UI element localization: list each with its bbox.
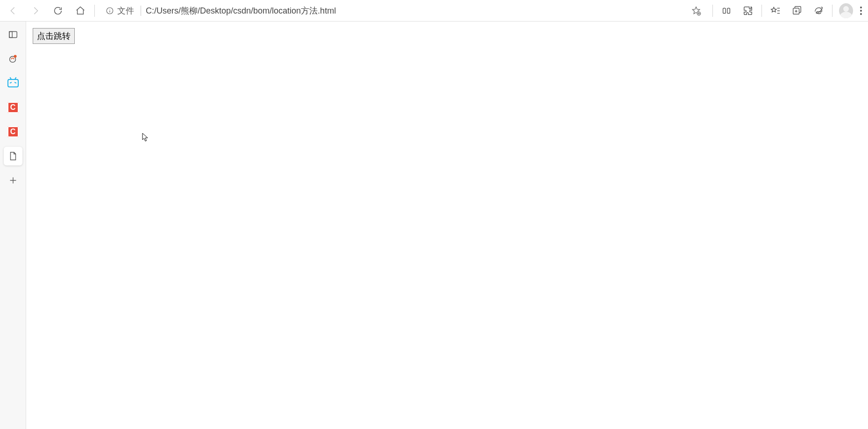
site-info-button[interactable] <box>103 4 116 17</box>
cursor-overlay <box>142 133 149 142</box>
address-url: C:/Users/熊柳/Desktop/csdn/bom/location方法.… <box>146 5 688 16</box>
extensions-button[interactable] <box>737 1 759 21</box>
separator <box>712 5 713 17</box>
separator <box>832 5 832 17</box>
vertical-tabs-sidebar: C C <box>0 21 26 429</box>
refresh-icon <box>53 6 63 16</box>
arrow-right-icon <box>30 6 41 16</box>
favorites-button[interactable] <box>765 1 786 21</box>
info-icon <box>106 7 114 15</box>
collections-icon <box>792 6 802 16</box>
cursor-icon <box>142 133 149 142</box>
separator <box>94 5 95 17</box>
sidebar-tab-extension[interactable] <box>4 50 22 68</box>
home-icon <box>75 6 85 16</box>
address-protocol-label: 文件 <box>117 5 134 16</box>
profile-button[interactable] <box>835 1 857 21</box>
puzzle-icon <box>743 6 753 16</box>
back-button[interactable] <box>2 1 24 21</box>
tab-manager-icon <box>8 29 18 40</box>
csdn-icon: C <box>7 102 19 113</box>
add-favorite-button[interactable] <box>688 3 704 19</box>
svg-rect-7 <box>727 8 730 13</box>
ie-icon <box>813 6 824 16</box>
svg-point-2 <box>109 9 110 9</box>
page-content: 点击跳转 <box>26 21 868 429</box>
jump-button[interactable]: 点击跳转 <box>33 28 75 44</box>
svg-rect-15 <box>9 32 12 38</box>
favorites-list-icon <box>770 6 781 16</box>
sidebar-tab-bilibili[interactable] <box>4 74 22 93</box>
ie-mode-button[interactable] <box>808 1 829 21</box>
reading-icon <box>721 6 732 16</box>
star-plus-icon <box>691 6 701 16</box>
menu-button[interactable] <box>857 1 866 21</box>
sidebar-tab-current-file[interactable] <box>4 147 22 165</box>
more-icon <box>860 10 862 12</box>
reading-mode-button[interactable] <box>716 1 737 21</box>
home-button[interactable] <box>69 1 92 21</box>
svg-point-17 <box>14 55 16 57</box>
address-bar[interactable]: 文件 C:/Users/熊柳/Desktop/csdn/bom/location… <box>100 2 707 19</box>
csdn-icon: C <box>7 126 19 137</box>
svg-rect-14 <box>9 32 17 38</box>
browser-toolbar: 文件 C:/Users/熊柳/Desktop/csdn/bom/location… <box>0 0 868 21</box>
svg-rect-6 <box>723 8 726 13</box>
separator <box>141 6 141 16</box>
avatar-icon <box>839 3 853 18</box>
bilibili-icon <box>7 79 19 87</box>
collections-button[interactable] <box>786 1 808 21</box>
new-tab-button[interactable] <box>4 171 22 190</box>
sidebar-tab-csdn-1[interactable]: C <box>4 98 22 117</box>
refresh-button[interactable] <box>47 1 69 21</box>
extension-badge-icon <box>8 54 18 64</box>
plus-icon <box>8 175 18 186</box>
separator <box>761 5 762 17</box>
forward-button[interactable] <box>24 1 47 21</box>
arrow-left-icon <box>8 6 18 16</box>
sidebar-tab-csdn-2[interactable]: C <box>4 122 22 141</box>
tab-actions-button[interactable] <box>4 25 22 44</box>
file-icon <box>8 151 18 161</box>
